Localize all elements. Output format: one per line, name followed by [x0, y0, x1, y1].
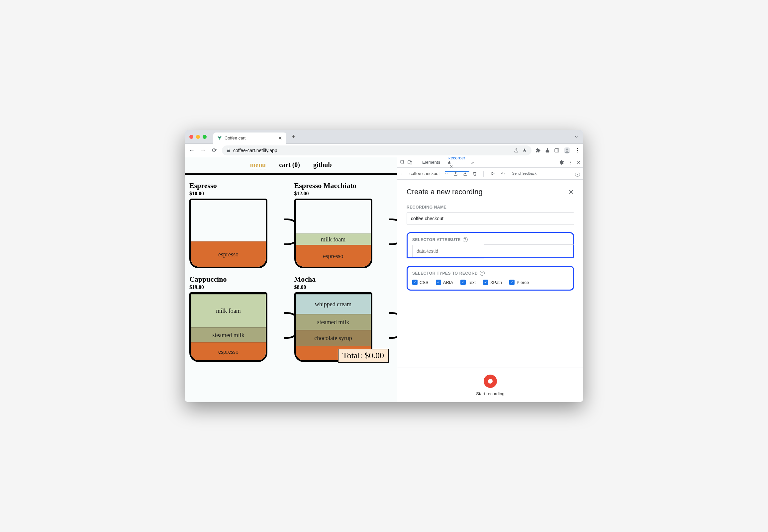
settings-gear-icon[interactable]: [559, 160, 564, 165]
checkbox-pierce[interactable]: ✓Pierce: [509, 280, 529, 285]
checkbox-text[interactable]: ✓Text: [460, 280, 476, 285]
nav-github[interactable]: github: [313, 161, 332, 169]
current-recording-name[interactable]: coffee checkout: [410, 171, 440, 176]
extensions-icon[interactable]: [535, 148, 541, 153]
product-card[interactable]: Cappuccino $19.00 espresso steamed milk …: [189, 275, 288, 362]
checkbox-aria[interactable]: ✓ARIA: [436, 280, 453, 285]
maximize-window-button[interactable]: [203, 135, 207, 139]
browser-tab[interactable]: Coffee cart ✕: [213, 133, 286, 144]
new-recording-button[interactable]: +: [401, 171, 404, 176]
layer-steamed-milk: steamed milk: [191, 327, 266, 342]
export-icon[interactable]: [453, 171, 458, 176]
product-price: $19.00: [189, 284, 288, 290]
selector-attribute-input[interactable]: [412, 245, 479, 257]
chrome-menu-button[interactable]: ⋮: [575, 147, 580, 153]
recording-name-input[interactable]: [407, 212, 574, 225]
dialog-heading-row: Create a new recording ✕: [407, 188, 574, 196]
devtools-menu-button[interactable]: ⋮: [568, 160, 573, 165]
web-page: menu cart (0) github Espresso $10.00 esp…: [185, 157, 397, 402]
layer-steamed-milk: steamed milk: [296, 314, 371, 330]
tab-close-button[interactable]: ✕: [278, 135, 282, 141]
product-price: $10.00: [189, 191, 288, 197]
devtools-close-button[interactable]: ✕: [577, 160, 581, 165]
checkbox-xpath[interactable]: ✓XPath: [483, 280, 502, 285]
new-tab-button[interactable]: +: [292, 133, 295, 140]
titlebar: Coffee cart ✕ +: [185, 130, 583, 144]
product-name: Espresso: [189, 181, 288, 190]
url-bar: ← → ⟳ coffee-cart.netlify.app ★: [185, 144, 583, 157]
performance-icon[interactable]: [500, 171, 506, 176]
layer-espresso: espresso: [191, 241, 266, 267]
nav-menu[interactable]: menu: [250, 161, 266, 169]
close-window-button[interactable]: [189, 135, 193, 139]
selector-types-section: SELECTOR TYPES TO RECORD ? ✓CSS ✓ARIA ✓T…: [407, 266, 574, 291]
lock-icon: [227, 148, 231, 152]
label-selector-attribute: SELECTOR ATTRIBUTE ?: [412, 237, 568, 242]
dialog-close-button[interactable]: ✕: [568, 188, 574, 196]
side-panel-icon[interactable]: [554, 148, 559, 153]
inspect-element-icon[interactable]: [400, 160, 405, 165]
selector-attribute-extension: [484, 244, 574, 258]
svg-rect-4: [401, 160, 404, 163]
cup-handle: [389, 219, 397, 245]
back-button[interactable]: ←: [188, 147, 195, 154]
label-selector-types: SELECTOR TYPES TO RECORD ?: [412, 271, 568, 276]
start-recording-label: Start recording: [476, 391, 504, 396]
start-recording-button[interactable]: [484, 375, 497, 388]
product-card[interactable]: Espresso $10.00 espresso: [189, 181, 288, 268]
product-price: $8.00: [294, 284, 393, 290]
product-card[interactable]: Espresso Macchiato $12.00 espresso milk …: [294, 181, 393, 268]
product-price: $12.00: [294, 191, 393, 197]
product-name: Espresso Macchiato: [294, 181, 393, 190]
chevron-down-icon[interactable]: [444, 172, 448, 176]
cup-illustration: espresso milk foam: [294, 199, 372, 268]
help-icon[interactable]: ?: [463, 237, 468, 242]
import-icon[interactable]: [463, 171, 468, 176]
svg-rect-0: [555, 148, 559, 152]
svg-point-3: [566, 148, 568, 150]
bookmark-star-icon[interactable]: ★: [522, 147, 527, 153]
devtools-panel: Elements Recorder ✕ » ⋮ ✕: [397, 157, 583, 402]
svg-rect-6: [410, 161, 412, 164]
label-recording-name: RECORDING NAME: [407, 205, 574, 210]
layer-espresso: espresso: [296, 245, 371, 267]
layer-chocolate-syrup: chocolate syrup: [296, 330, 371, 346]
device-toolbar-icon[interactable]: [407, 160, 413, 165]
cup-handle: [389, 312, 397, 339]
checkbox-css[interactable]: ✓CSS: [412, 280, 429, 285]
layer-milk-foam: milk foam: [296, 233, 371, 245]
profile-icon[interactable]: [563, 147, 571, 154]
omnibox[interactable]: coffee-cart.netlify.app ★: [222, 145, 531, 155]
minimize-window-button[interactable]: [196, 135, 200, 139]
send-feedback-link[interactable]: Send feedback: [512, 171, 536, 175]
url-text: coffee-cart.netlify.app: [233, 148, 277, 153]
content-split: menu cart (0) github Espresso $10.00 esp…: [185, 157, 583, 402]
tabs-dropdown-button[interactable]: [574, 134, 579, 139]
omnibox-actions: ★: [514, 147, 527, 153]
replay-icon[interactable]: [490, 171, 495, 176]
tab-elements[interactable]: Elements: [420, 157, 443, 167]
help-icon[interactable]: ?: [575, 171, 580, 177]
total-badge[interactable]: Total: $0.00: [338, 349, 389, 363]
selector-types-checks: ✓CSS ✓ARIA ✓Text ✓XPath ✓Pierce: [412, 280, 568, 285]
more-tabs-button[interactable]: »: [471, 160, 474, 165]
nav-cart[interactable]: cart (0): [279, 161, 300, 169]
product-name: Mocha: [294, 275, 393, 284]
reload-button[interactable]: ⟳: [211, 147, 218, 154]
labs-icon[interactable]: [545, 148, 550, 153]
recorder-footer: Start recording: [397, 368, 583, 402]
layer-milk-foam: milk foam: [191, 294, 266, 327]
product-name: Cappuccino: [189, 275, 288, 284]
window-controls: [189, 135, 207, 139]
devtools-tabstrip: Elements Recorder ✕ » ⋮ ✕: [397, 157, 583, 168]
help-icon[interactable]: ?: [480, 271, 485, 276]
flask-icon: [447, 160, 466, 164]
cup-illustration: espresso steamed milk milk foam: [189, 292, 267, 362]
forward-button[interactable]: →: [199, 147, 207, 154]
vue-favicon-icon: [217, 136, 222, 140]
recorder-toolbar: + coffee checkout: [397, 168, 583, 180]
tab-title: Coffee cart: [225, 135, 245, 140]
delete-icon[interactable]: [472, 171, 477, 176]
share-icon[interactable]: [514, 148, 519, 153]
browser-window: Coffee cart ✕ + ← → ⟳ coffee-cart.netlif…: [185, 130, 583, 402]
